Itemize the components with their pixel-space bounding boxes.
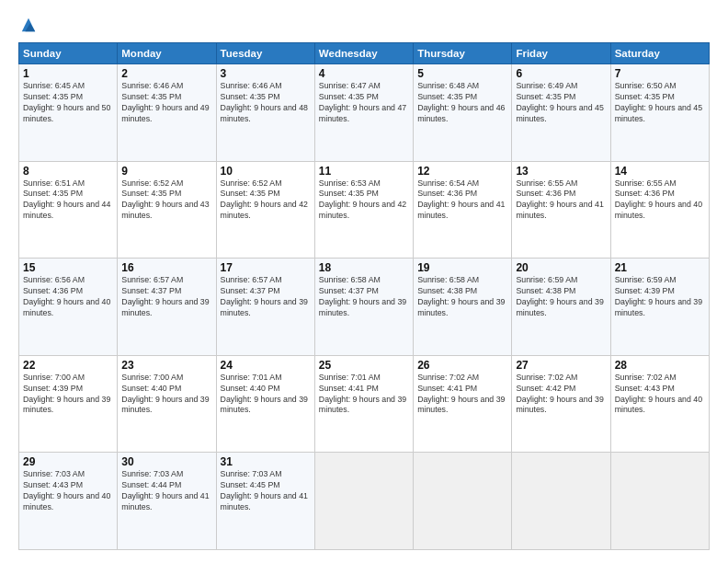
day-number: 25 — [319, 359, 409, 372]
calendar-cell: 31Sunrise: 7:03 AMSunset: 4:45 PMDayligh… — [216, 453, 314, 550]
calendar-cell — [512, 453, 610, 550]
calendar-week-row: 15Sunrise: 6:56 AMSunset: 4:36 PMDayligh… — [19, 259, 710, 356]
calendar-cell: 26Sunrise: 7:02 AMSunset: 4:41 PMDayligh… — [414, 355, 512, 453]
day-info: Sunrise: 6:57 AMSunset: 4:37 PMDaylight:… — [121, 275, 211, 319]
calendar-cell: 9Sunrise: 6:52 AMSunset: 4:35 PMDaylight… — [118, 161, 216, 259]
calendar-cell: 8Sunrise: 6:51 AMSunset: 4:35 PMDaylight… — [19, 161, 118, 259]
day-info: Sunrise: 6:46 AMSunset: 4:35 PMDaylight:… — [121, 81, 211, 125]
day-info: Sunrise: 6:49 AMSunset: 4:35 PMDaylight:… — [516, 81, 606, 125]
day-info: Sunrise: 6:55 AMSunset: 4:36 PMDaylight:… — [615, 178, 705, 223]
day-number: 4 — [319, 67, 409, 80]
day-number: 28 — [615, 359, 705, 372]
calendar-cell: 17Sunrise: 6:57 AMSunset: 4:37 PMDayligh… — [216, 259, 314, 356]
day-info: Sunrise: 6:48 AMSunset: 4:35 PMDaylight:… — [417, 81, 507, 125]
day-number: 10 — [221, 165, 311, 178]
day-info: Sunrise: 6:45 AMSunset: 4:35 PMDaylight:… — [23, 81, 113, 125]
day-info: Sunrise: 7:03 AMSunset: 4:45 PMDaylight:… — [221, 469, 311, 513]
day-info: Sunrise: 7:02 AMSunset: 4:41 PMDaylight:… — [417, 373, 507, 417]
calendar-cell: 20Sunrise: 6:59 AMSunset: 4:38 PMDayligh… — [512, 259, 610, 356]
day-info: Sunrise: 6:54 AMSunset: 4:36 PMDaylight:… — [417, 178, 507, 223]
calendar-cell: 13Sunrise: 6:55 AMSunset: 4:36 PMDayligh… — [512, 161, 610, 259]
day-info: Sunrise: 7:01 AMSunset: 4:40 PMDaylight:… — [221, 373, 311, 417]
calendar-week-row: 29Sunrise: 7:03 AMSunset: 4:43 PMDayligh… — [19, 453, 710, 550]
day-number: 31 — [221, 455, 311, 468]
day-info: Sunrise: 6:58 AMSunset: 4:37 PMDaylight:… — [319, 275, 409, 319]
day-number: 5 — [417, 67, 507, 80]
calendar-cell — [414, 453, 512, 550]
day-info: Sunrise: 6:52 AMSunset: 4:35 PMDaylight:… — [121, 178, 211, 223]
logo — [18, 17, 37, 33]
calendar-cell: 12Sunrise: 6:54 AMSunset: 4:36 PMDayligh… — [414, 161, 512, 259]
calendar-header-tuesday: Tuesday — [216, 43, 314, 64]
day-number: 23 — [121, 359, 211, 372]
calendar-cell: 28Sunrise: 7:02 AMSunset: 4:43 PMDayligh… — [610, 355, 709, 453]
calendar-cell: 14Sunrise: 6:55 AMSunset: 4:36 PMDayligh… — [610, 161, 709, 259]
logo-icon — [20, 17, 37, 33]
day-number: 19 — [417, 261, 507, 274]
day-number: 20 — [516, 261, 606, 274]
day-info: Sunrise: 7:02 AMSunset: 4:43 PMDaylight:… — [615, 373, 705, 417]
calendar-cell: 15Sunrise: 6:56 AMSunset: 4:36 PMDayligh… — [19, 259, 118, 356]
day-number: 16 — [121, 261, 211, 274]
calendar-cell: 16Sunrise: 6:57 AMSunset: 4:37 PMDayligh… — [118, 259, 216, 356]
day-info: Sunrise: 7:01 AMSunset: 4:41 PMDaylight:… — [319, 373, 409, 417]
day-number: 11 — [319, 165, 409, 178]
calendar-cell: 10Sunrise: 6:52 AMSunset: 4:35 PMDayligh… — [216, 161, 314, 259]
day-number: 27 — [516, 359, 606, 372]
day-number: 24 — [221, 359, 311, 372]
calendar-cell — [314, 453, 413, 550]
day-number: 14 — [615, 165, 705, 178]
calendar-cell: 24Sunrise: 7:01 AMSunset: 4:40 PMDayligh… — [216, 355, 314, 453]
calendar-header-row: SundayMondayTuesdayWednesdayThursdayFrid… — [19, 43, 710, 64]
calendar-cell: 23Sunrise: 7:00 AMSunset: 4:40 PMDayligh… — [118, 355, 216, 453]
calendar-header-monday: Monday — [118, 43, 216, 64]
calendar-cell: 25Sunrise: 7:01 AMSunset: 4:41 PMDayligh… — [314, 355, 413, 453]
day-number: 17 — [221, 261, 311, 274]
calendar-cell: 21Sunrise: 6:59 AMSunset: 4:39 PMDayligh… — [610, 259, 709, 356]
day-info: Sunrise: 6:57 AMSunset: 4:37 PMDaylight:… — [221, 275, 311, 319]
calendar-header-thursday: Thursday — [414, 43, 512, 64]
calendar-table: SundayMondayTuesdayWednesdayThursdayFrid… — [18, 42, 710, 550]
calendar-header-friday: Friday — [512, 43, 610, 64]
calendar-cell: 4Sunrise: 6:47 AMSunset: 4:35 PMDaylight… — [314, 64, 413, 162]
day-info: Sunrise: 6:52 AMSunset: 4:35 PMDaylight:… — [221, 178, 311, 223]
day-number: 12 — [417, 165, 507, 178]
day-number: 22 — [23, 359, 113, 372]
calendar-cell: 6Sunrise: 6:49 AMSunset: 4:35 PMDaylight… — [512, 64, 610, 162]
calendar-cell: 2Sunrise: 6:46 AMSunset: 4:35 PMDaylight… — [118, 64, 216, 162]
day-info: Sunrise: 6:46 AMSunset: 4:35 PMDaylight:… — [221, 81, 311, 125]
day-info: Sunrise: 7:03 AMSunset: 4:43 PMDaylight:… — [23, 469, 113, 513]
day-info: Sunrise: 7:00 AMSunset: 4:40 PMDaylight:… — [121, 373, 211, 417]
day-info: Sunrise: 6:58 AMSunset: 4:38 PMDaylight:… — [417, 275, 507, 319]
calendar-cell: 19Sunrise: 6:58 AMSunset: 4:38 PMDayligh… — [414, 259, 512, 356]
calendar-cell: 3Sunrise: 6:46 AMSunset: 4:35 PMDaylight… — [216, 64, 314, 162]
day-info: Sunrise: 6:47 AMSunset: 4:35 PMDaylight:… — [319, 81, 409, 125]
day-number: 13 — [516, 165, 606, 178]
day-info: Sunrise: 7:02 AMSunset: 4:42 PMDaylight:… — [516, 373, 606, 417]
day-number: 8 — [23, 165, 113, 178]
calendar-header-wednesday: Wednesday — [314, 43, 413, 64]
calendar-cell: 18Sunrise: 6:58 AMSunset: 4:37 PMDayligh… — [314, 259, 413, 356]
calendar-header-saturday: Saturday — [610, 43, 709, 64]
day-info: Sunrise: 6:55 AMSunset: 4:36 PMDaylight:… — [516, 178, 606, 223]
calendar-cell: 11Sunrise: 6:53 AMSunset: 4:35 PMDayligh… — [314, 161, 413, 259]
day-number: 18 — [319, 261, 409, 274]
calendar-week-row: 1Sunrise: 6:45 AMSunset: 4:35 PMDaylight… — [19, 64, 710, 162]
day-info: Sunrise: 7:00 AMSunset: 4:39 PMDaylight:… — [23, 373, 113, 417]
day-number: 30 — [121, 455, 211, 468]
calendar-cell: 5Sunrise: 6:48 AMSunset: 4:35 PMDaylight… — [414, 64, 512, 162]
day-info: Sunrise: 6:53 AMSunset: 4:35 PMDaylight:… — [319, 178, 409, 223]
day-number: 1 — [23, 67, 113, 80]
calendar-header-sunday: Sunday — [19, 43, 118, 64]
calendar-cell: 29Sunrise: 7:03 AMSunset: 4:43 PMDayligh… — [19, 453, 118, 550]
calendar-cell: 27Sunrise: 7:02 AMSunset: 4:42 PMDayligh… — [512, 355, 610, 453]
calendar-cell: 1Sunrise: 6:45 AMSunset: 4:35 PMDaylight… — [19, 64, 118, 162]
calendar-cell: 7Sunrise: 6:50 AMSunset: 4:35 PMDaylight… — [610, 64, 709, 162]
header — [18, 17, 710, 33]
day-number: 7 — [615, 67, 705, 80]
day-number: 21 — [615, 261, 705, 274]
page: SundayMondayTuesdayWednesdayThursdayFrid… — [0, 0, 728, 563]
calendar-week-row: 22Sunrise: 7:00 AMSunset: 4:39 PMDayligh… — [19, 355, 710, 453]
day-number: 6 — [516, 67, 606, 80]
calendar-week-row: 8Sunrise: 6:51 AMSunset: 4:35 PMDaylight… — [19, 161, 710, 259]
